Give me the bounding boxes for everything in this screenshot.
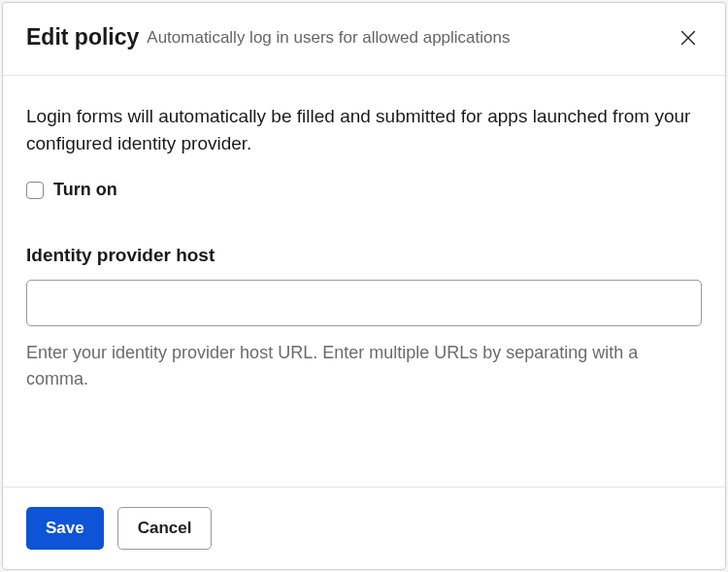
close-button[interactable]	[675, 24, 702, 51]
dialog-title: Edit policy	[26, 24, 139, 51]
dialog-body: Login forms will automatically be filled…	[3, 76, 725, 487]
description-text: Login forms will automatically be filled…	[26, 103, 702, 156]
host-field-label: Identity provider host	[26, 245, 702, 266]
edit-policy-dialog: Edit policy Automatically log in users f…	[2, 2, 726, 570]
dialog-footer: Save Cancel	[3, 487, 725, 569]
turn-on-label[interactable]: Turn on	[53, 180, 117, 200]
cancel-button[interactable]: Cancel	[117, 507, 213, 550]
turn-on-checkbox[interactable]	[26, 182, 44, 199]
dialog-header: Edit policy Automatically log in users f…	[3, 3, 725, 76]
close-icon	[678, 27, 699, 49]
host-help-text: Enter your identity provider host URL. E…	[26, 340, 702, 392]
dialog-subtitle: Automatically log in users for allowed a…	[147, 27, 663, 49]
save-button[interactable]: Save	[26, 507, 104, 550]
identity-provider-host-input[interactable]	[26, 280, 702, 326]
turn-on-checkbox-row: Turn on	[26, 180, 702, 200]
